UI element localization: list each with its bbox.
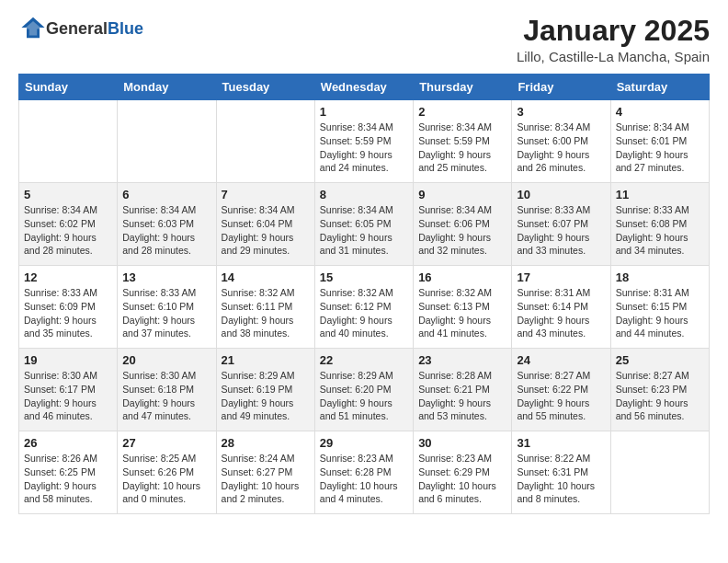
calendar-subtitle: Lillo, Castille-La Mancha, Spain [517,49,710,64]
day-number: 13 [122,270,210,284]
day-info: Sunrise: 8:33 AMSunset: 6:08 PMDaylight:… [616,203,704,258]
day-info: Sunrise: 8:27 AMSunset: 6:22 PMDaylight:… [517,369,605,423]
day-number: 25 [616,353,704,367]
day-info: Sunrise: 8:31 AMSunset: 6:14 PMDaylight:… [517,286,605,340]
calendar-cell: 26Sunrise: 8:26 AMSunset: 6:25 PMDayligh… [19,431,118,514]
day-info: Sunrise: 8:23 AMSunset: 6:29 PMDaylight:… [418,452,506,506]
day-number: 18 [616,270,704,284]
calendar-cell: 15Sunrise: 8:32 AMSunset: 6:12 PMDayligh… [314,266,413,349]
calendar-table: SundayMondayTuesdayWednesdayThursdayFrid… [18,74,710,514]
day-number: 29 [320,436,408,450]
weekday-header-monday: Monday [118,75,216,100]
week-row-3: 12Sunrise: 8:33 AMSunset: 6:09 PMDayligh… [19,266,710,349]
logo: GeneralBlue [18,15,143,44]
calendar-cell: 9Sunrise: 8:34 AMSunset: 6:06 PMDaylight… [414,183,512,266]
weekday-header-sunday: Sunday [19,75,118,100]
day-info: Sunrise: 8:34 AMSunset: 6:04 PMDaylight:… [222,203,310,258]
day-info: Sunrise: 8:24 AMSunset: 6:27 PMDaylight:… [222,452,310,506]
day-number: 6 [122,188,210,201]
calendar-cell: 27Sunrise: 8:25 AMSunset: 6:26 PMDayligh… [118,431,216,514]
day-info: Sunrise: 8:29 AMSunset: 6:19 PMDaylight:… [222,369,310,423]
week-row-2: 5Sunrise: 8:34 AMSunset: 6:02 PMDaylight… [19,183,710,266]
day-number: 11 [616,188,704,201]
day-number: 19 [24,353,112,367]
day-number: 7 [222,188,310,201]
day-info: Sunrise: 8:34 AMSunset: 6:03 PMDaylight:… [122,203,210,258]
day-number: 17 [517,270,605,284]
day-number: 9 [418,188,506,201]
calendar-cell: 21Sunrise: 8:29 AMSunset: 6:19 PMDayligh… [216,349,314,431]
day-info: Sunrise: 8:33 AMSunset: 6:09 PMDaylight:… [24,286,112,340]
calendar-cell: 29Sunrise: 8:23 AMSunset: 6:28 PMDayligh… [314,431,413,514]
day-number: 26 [24,436,112,450]
day-info: Sunrise: 8:23 AMSunset: 6:28 PMDaylight:… [320,452,408,506]
calendar-cell: 11Sunrise: 8:33 AMSunset: 6:08 PMDayligh… [610,183,709,266]
week-row-5: 26Sunrise: 8:26 AMSunset: 6:25 PMDayligh… [19,431,710,514]
day-number: 28 [222,436,310,450]
day-number: 27 [122,436,210,450]
day-info: Sunrise: 8:34 AMSunset: 5:59 PMDaylight:… [418,121,506,175]
calendar-cell: 4Sunrise: 8:34 AMSunset: 6:01 PMDaylight… [610,100,709,183]
weekday-header-tuesday: Tuesday [216,75,314,100]
calendar-cell: 24Sunrise: 8:27 AMSunset: 6:22 PMDayligh… [512,349,610,431]
calendar-cell: 25Sunrise: 8:27 AMSunset: 6:23 PMDayligh… [610,349,709,431]
day-number: 4 [616,105,704,119]
calendar-cell: 30Sunrise: 8:23 AMSunset: 6:29 PMDayligh… [414,431,512,514]
day-info: Sunrise: 8:30 AMSunset: 6:18 PMDaylight:… [122,369,210,423]
calendar-title: January 2025 [517,15,710,47]
day-number: 8 [320,188,408,201]
day-info: Sunrise: 8:26 AMSunset: 6:25 PMDaylight:… [24,452,112,506]
calendar-cell: 16Sunrise: 8:32 AMSunset: 6:13 PMDayligh… [414,266,512,349]
week-row-1: 1Sunrise: 8:34 AMSunset: 5:59 PMDaylight… [19,100,710,183]
week-row-4: 19Sunrise: 8:30 AMSunset: 6:17 PMDayligh… [19,349,710,431]
day-number: 14 [222,270,310,284]
calendar-cell: 3Sunrise: 8:34 AMSunset: 6:00 PMDaylight… [512,100,610,183]
day-number: 24 [517,353,605,367]
logo-general: General [46,19,108,38]
day-info: Sunrise: 8:29 AMSunset: 6:20 PMDaylight:… [320,369,408,423]
day-info: Sunrise: 8:27 AMSunset: 6:23 PMDaylight:… [616,369,704,423]
day-number: 23 [418,353,506,367]
calendar-cell [216,100,314,183]
day-info: Sunrise: 8:32 AMSunset: 6:13 PMDaylight:… [418,286,506,340]
day-number: 30 [418,436,506,450]
calendar-cell: 14Sunrise: 8:32 AMSunset: 6:11 PMDayligh… [216,266,314,349]
calendar-cell: 13Sunrise: 8:33 AMSunset: 6:10 PMDayligh… [118,266,216,349]
calendar-cell [610,431,709,514]
day-number: 10 [517,188,605,201]
day-number: 1 [320,105,408,119]
day-info: Sunrise: 8:33 AMSunset: 6:10 PMDaylight:… [122,286,210,340]
day-number: 15 [320,270,408,284]
header: GeneralBlue January 2025 Lillo, Castille… [18,15,710,64]
title-block: January 2025 Lillo, Castille-La Mancha, … [517,15,710,64]
day-info: Sunrise: 8:22 AMSunset: 6:31 PMDaylight:… [517,452,605,506]
calendar-page: GeneralBlue January 2025 Lillo, Castille… [0,0,728,529]
calendar-cell: 1Sunrise: 8:34 AMSunset: 5:59 PMDaylight… [314,100,413,183]
day-info: Sunrise: 8:34 AMSunset: 6:00 PMDaylight:… [517,121,605,175]
day-info: Sunrise: 8:25 AMSunset: 6:26 PMDaylight:… [122,452,210,506]
day-number: 2 [418,105,506,119]
day-number: 16 [418,270,506,284]
calendar-cell: 8Sunrise: 8:34 AMSunset: 6:05 PMDaylight… [314,183,413,266]
calendar-cell: 17Sunrise: 8:31 AMSunset: 6:14 PMDayligh… [512,266,610,349]
day-number: 21 [222,353,310,367]
calendar-cell: 10Sunrise: 8:33 AMSunset: 6:07 PMDayligh… [512,183,610,266]
day-info: Sunrise: 8:31 AMSunset: 6:15 PMDaylight:… [616,286,704,340]
calendar-cell [118,100,216,183]
day-info: Sunrise: 8:32 AMSunset: 6:12 PMDaylight:… [320,286,408,340]
day-info: Sunrise: 8:34 AMSunset: 6:06 PMDaylight:… [418,203,506,258]
logo-text: GeneralBlue [46,20,143,39]
day-number: 5 [24,188,112,201]
day-info: Sunrise: 8:32 AMSunset: 6:11 PMDaylight:… [222,286,310,340]
weekday-header-wednesday: Wednesday [314,75,413,100]
weekday-header-thursday: Thursday [414,75,512,100]
weekday-header-saturday: Saturday [610,75,709,100]
logo-icon [20,15,46,40]
day-number: 31 [517,436,605,450]
logo-blue: Blue [108,19,143,38]
weekday-header-friday: Friday [512,75,610,100]
calendar-cell: 18Sunrise: 8:31 AMSunset: 6:15 PMDayligh… [610,266,709,349]
calendar-cell: 19Sunrise: 8:30 AMSunset: 6:17 PMDayligh… [19,349,118,431]
calendar-cell: 5Sunrise: 8:34 AMSunset: 6:02 PMDaylight… [19,183,118,266]
day-info: Sunrise: 8:28 AMSunset: 6:21 PMDaylight:… [418,369,506,423]
